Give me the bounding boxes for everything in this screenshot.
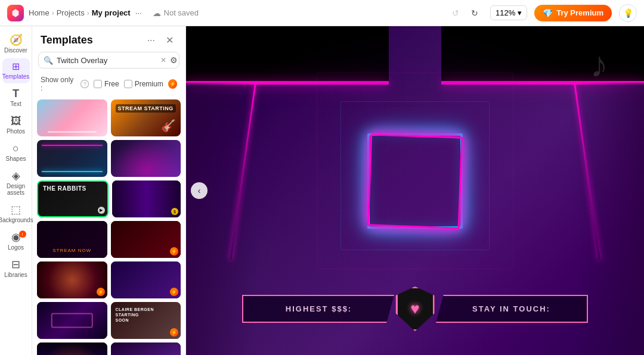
sidebar-item-discover[interactable]: 🧭 Discover [2, 31, 30, 57]
card-premium-icon: ⚡ [170, 328, 178, 337]
heart-shield: ♥ [394, 287, 436, 331]
card-premium-icon: ⚡ [97, 288, 105, 296]
breadcrumb-current: My project [92, 8, 131, 17]
card-premium-icon: ⚡ [170, 247, 178, 256]
sidebar-shapes-label: Shapes [6, 155, 26, 162]
template-card[interactable] [37, 342, 107, 355]
sidebar-item-libraries[interactable]: ⊟ Libraries [2, 256, 30, 282]
app-logo[interactable] [7, 5, 24, 21]
canvas-area: ‹ ♪ [186, 26, 644, 355]
sidebar-item-templates[interactable]: ⊞ Templates [2, 58, 30, 83]
card-text: STREAM STARTING [116, 104, 176, 113]
template-row [37, 140, 181, 177]
sidebar-templates-label: Templates [2, 73, 30, 80]
template-row: ⚡ [37, 342, 181, 355]
panel-header: Templates ··· ✕ [32, 26, 185, 52]
canvas-nav-button[interactable]: ‹ [191, 182, 208, 199]
card-text: THE RABBITS [43, 185, 86, 192]
sidebar-discover-label: Discover [4, 47, 27, 54]
sidebar-item-design-assets[interactable]: ◈ Design assets [2, 167, 30, 200]
sidebar-item-photos[interactable]: 🖼 Photos [2, 112, 30, 138]
search-filter-icon[interactable]: ⚙ [170, 55, 178, 65]
undo-button[interactable]: ↺ [447, 5, 464, 21]
shapes-icon: ○ [13, 143, 19, 154]
show-only-help-icon[interactable]: ? [80, 80, 89, 88]
template-row: ⚡ ⚡ [37, 261, 181, 298]
zoom-chevron-icon: ▾ [518, 8, 522, 17]
cloud-status: ☁ Not saved [153, 8, 199, 18]
template-card[interactable]: STREAM STARTING 🎸 [111, 99, 181, 136]
sidebar-photos-label: Photos [7, 128, 25, 135]
premium-checkbox-item[interactable]: Premium [124, 80, 163, 88]
search-input-wrapper[interactable]: 🔍 ✕ ⚙ [38, 52, 179, 68]
libraries-icon: ⊟ [11, 259, 20, 270]
sidebar-design-assets-label: Design assets [5, 183, 27, 196]
breadcrumb: Home › Projects › My project ··· [29, 7, 144, 18]
try-premium-label: Try Premium [556, 8, 603, 17]
template-row: THE RABBITS ▶ $ [37, 180, 181, 217]
sidebar-item-shapes[interactable]: ○ Shapes [2, 139, 30, 166]
template-card[interactable]: ⚡ [111, 261, 181, 298]
design-assets-icon: ◈ [12, 170, 20, 181]
template-card[interactable] [37, 140, 107, 177]
breadcrumb-more-button[interactable]: ··· [133, 7, 144, 18]
template-card[interactable]: $ [112, 180, 181, 217]
premium-filter-badge: ⚡ [168, 79, 177, 89]
music-note-icon: ♪ [590, 44, 608, 85]
main-area: 🧭 Discover ⊞ Templates T Text 🖼 Photos ○… [0, 26, 644, 355]
sidebar-libraries-label: Libraries [4, 272, 27, 278]
cloud-icon: ☁ [153, 8, 161, 18]
template-card[interactable] [37, 99, 107, 136]
breadcrumb-home[interactable]: Home [29, 8, 49, 17]
sidebar-item-backgrounds[interactable]: ⬚ Backgrounds [2, 201, 30, 227]
templates-panel: Templates ··· ✕ 🔍 ✕ ⚙ Show only : ? Free… [32, 26, 186, 355]
template-card[interactable]: STREAM NOW [37, 221, 107, 258]
premium-checkbox-label: Premium [135, 80, 163, 88]
try-premium-button[interactable]: 💎 Try Premium [534, 5, 612, 21]
template-card[interactable]: ⚡ [111, 342, 181, 355]
template-card[interactable] [37, 302, 107, 339]
heart-shield-inner: ♥ [396, 287, 435, 331]
undo-redo: ↺ ↻ [447, 5, 483, 21]
free-checkbox-item[interactable]: Free [94, 80, 119, 88]
templates-grid: STREAM STARTING 🎸 THE RABBITS ▶ [32, 97, 185, 355]
zoom-button[interactable]: 112% ▾ [490, 5, 527, 20]
template-card[interactable] [111, 140, 181, 177]
search-clear-icon[interactable]: ✕ [160, 56, 166, 64]
text-icon: T [13, 88, 19, 99]
photos-icon: 🖼 [11, 116, 21, 126]
logos-badge: ! [19, 231, 26, 238]
search-icon: 🔍 [44, 56, 53, 65]
gem-icon: 💎 [543, 8, 553, 18]
discover-icon: 🧭 [10, 35, 23, 45]
sidebar-item-text[interactable]: T Text [2, 85, 30, 111]
premium-checkbox[interactable] [124, 80, 132, 88]
template-card[interactable]: THE RABBITS ▶ [37, 180, 109, 217]
top-bar-right: ↺ ↻ 112% ▾ 💎 Try Premium 💡 [447, 4, 637, 22]
sidebar-icons: 🧭 Discover ⊞ Templates T Text 🖼 Photos ○… [0, 26, 32, 355]
panel-more-button[interactable]: ··· [144, 34, 159, 47]
search-input[interactable] [57, 56, 157, 65]
template-row: CLAIRE BERGENStartingSoon ⚡ [37, 302, 181, 339]
sidebar-text-label: Text [10, 101, 21, 107]
zoom-level: 112% [496, 8, 515, 17]
breadcrumb-projects[interactable]: Projects [57, 8, 85, 17]
lightbulb-button[interactable]: 💡 [619, 4, 637, 22]
breadcrumb-sep1: › [52, 9, 54, 17]
stay-in-touch-text: STAY IN TOUCH: [448, 304, 575, 313]
card-text: CLAIRE BERGENStartingSoon [116, 307, 154, 323]
highest-text: HIGHEST $$$: [255, 304, 382, 313]
free-checkbox[interactable] [94, 80, 102, 88]
redo-button[interactable]: ↻ [466, 5, 483, 21]
template-card[interactable]: ⚡ [37, 261, 107, 298]
template-row: STREAM NOW ⚡ [37, 221, 181, 258]
template-card[interactable]: CLAIRE BERGENStartingSoon ⚡ [111, 302, 181, 339]
search-bar: 🔍 ✕ ⚙ [32, 52, 185, 73]
template-card[interactable]: ⚡ [111, 221, 181, 258]
sidebar-backgrounds-label: Backgrounds [0, 217, 33, 223]
sidebar-item-logos[interactable]: ! ◉ Logos [2, 228, 30, 254]
canvas-content: ♪ HIGHEST $$$: ♥ STAY IN TO [186, 26, 644, 355]
cloud-status-text: Not saved [164, 8, 199, 17]
card-premium-icon: ⚡ [170, 288, 178, 296]
panel-close-button[interactable]: ✕ [162, 33, 177, 47]
